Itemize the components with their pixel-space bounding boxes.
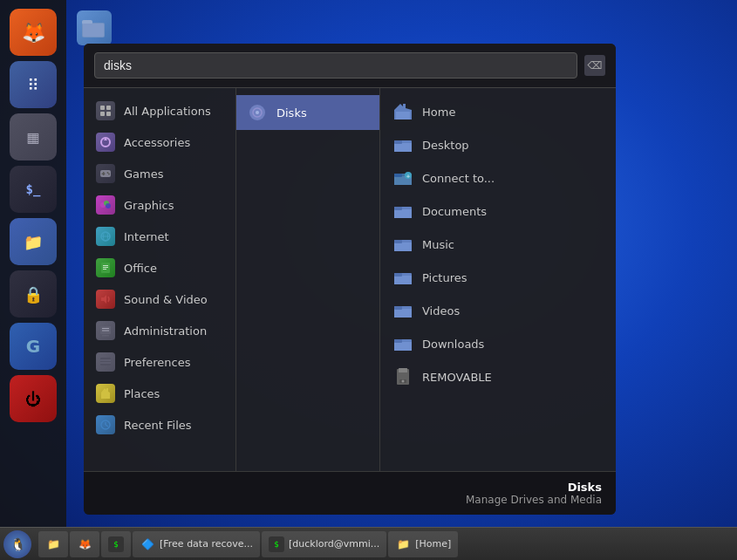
category-all[interactable]: All Applications: [84, 95, 235, 126]
taskbar-firefox-icon: 🦊: [77, 536, 92, 552]
svg-rect-2: [83, 24, 104, 37]
svg-rect-52: [394, 276, 412, 284]
dock-item-database[interactable]: ▦: [10, 113, 57, 160]
file-documents-label: Documents: [422, 205, 487, 218]
category-places[interactable]: Places: [84, 378, 235, 409]
dock-item-apps[interactable]: ⠿: [10, 61, 57, 108]
disks-app-icon: [247, 102, 268, 123]
search-clear-button[interactable]: ⌫: [584, 55, 605, 76]
footer-app-title: Disks: [98, 481, 602, 494]
taskbar-start-button[interactable]: 🐧: [3, 530, 31, 558]
dock-item-firefox[interactable]: 🦊: [10, 9, 57, 56]
file-item-pictures[interactable]: Pictures: [380, 261, 616, 294]
database-icon: ▦: [26, 129, 39, 146]
file-desktop-label: Desktop: [422, 139, 469, 152]
category-preferences[interactable]: Preferences: [84, 346, 235, 378]
removable-icon: [392, 366, 413, 387]
svg-rect-53: [394, 273, 402, 277]
footer-app-description: Manage Drives and Media: [98, 494, 602, 506]
preferences-icon: [96, 352, 115, 372]
dock-item-settings[interactable]: G: [10, 323, 57, 370]
svg-rect-39: [394, 140, 402, 144]
taskbar-item-terminal[interactable]: $: [101, 531, 131, 557]
svg-rect-42: [394, 174, 402, 177]
svg-rect-4: [106, 106, 111, 110]
svg-rect-49: [394, 242, 412, 251]
taskbar-recovery-icon: 🔷: [140, 536, 155, 552]
search-input[interactable]: disks: [94, 52, 577, 79]
dock-item-terminal[interactable]: $_: [10, 166, 57, 213]
category-recent[interactable]: Recent Files: [84, 409, 235, 440]
sound-icon: [96, 290, 115, 309]
administration-icon: [96, 321, 115, 340]
result-item-disks[interactable]: Disks: [236, 95, 379, 130]
svg-point-11: [107, 172, 109, 174]
dock-item-lock[interactable]: 🔒: [10, 270, 57, 318]
category-graphics[interactable]: Graphics: [84, 189, 235, 221]
internet-icon: [96, 227, 115, 246]
svg-rect-3: [100, 106, 105, 110]
taskbar-item-home[interactable]: 📁 [Home]: [388, 531, 458, 557]
search-results-panel: Disks: [236, 88, 380, 471]
home-folder-icon: [392, 101, 413, 122]
svg-rect-26: [102, 331, 109, 331]
category-preferences-label: Preferences: [124, 356, 190, 369]
pictures-folder-icon: [392, 267, 413, 288]
svg-point-63: [402, 380, 405, 383]
svg-rect-55: [394, 309, 412, 318]
svg-rect-5: [100, 112, 105, 116]
videos-folder-icon: [392, 300, 413, 321]
svg-rect-21: [103, 267, 108, 268]
svg-rect-6: [106, 112, 111, 116]
downloads-folder-icon: [392, 333, 413, 354]
category-accessories[interactable]: Accessories: [84, 126, 235, 158]
file-pictures-label: Pictures: [422, 271, 467, 284]
taskbar-item-recovery[interactable]: 🔷 [Free data recove...: [133, 531, 260, 557]
file-item-connect[interactable]: + Connect to...: [380, 161, 616, 195]
taskbar-recovery-label: [Free data recove...: [160, 538, 253, 550]
file-item-downloads[interactable]: Downloads: [380, 327, 616, 360]
svg-point-35: [256, 111, 259, 114]
category-internet[interactable]: Internet: [84, 221, 235, 252]
result-disks-label: Disks: [276, 106, 307, 120]
svg-rect-46: [394, 209, 412, 218]
games-icon: [96, 164, 115, 183]
file-item-removable[interactable]: REMOVABLE: [380, 360, 616, 393]
firefox-icon: 🦊: [22, 22, 45, 44]
file-music-label: Music: [422, 238, 454, 251]
file-item-home[interactable]: Home: [380, 95, 616, 128]
svg-rect-20: [103, 265, 108, 266]
menu-footer: Disks Manage Drives and Media: [84, 471, 616, 515]
dock-item-files[interactable]: 📁: [10, 218, 57, 265]
category-administration[interactable]: Administration: [84, 315, 235, 346]
file-item-desktop[interactable]: Desktop: [380, 128, 616, 161]
taskbar-item-files[interactable]: 📁: [38, 531, 68, 557]
file-videos-label: Videos: [422, 304, 460, 318]
category-sound-video[interactable]: Sound & Video: [84, 283, 235, 315]
svg-text:+: +: [406, 173, 411, 179]
category-office[interactable]: Office: [84, 252, 235, 283]
taskbar-item-firefox[interactable]: 🦊: [70, 531, 99, 557]
category-games[interactable]: Games: [84, 158, 235, 189]
taskbar-files-icon: 📁: [45, 536, 61, 552]
file-item-music[interactable]: Music: [380, 228, 616, 261]
category-recent-label: Recent Files: [124, 419, 192, 432]
music-folder-icon: [392, 234, 413, 255]
all-icon: [96, 101, 115, 120]
category-office-label: Office: [124, 262, 157, 275]
category-accessories-label: Accessories: [124, 136, 190, 149]
apps-icon: ⠿: [27, 76, 38, 94]
file-item-documents[interactable]: Documents: [380, 195, 616, 228]
categories-panel: All Applications Accessories: [84, 88, 236, 471]
dock-item-power[interactable]: ⏻: [10, 375, 57, 422]
svg-rect-22: [103, 269, 106, 270]
svg-rect-59: [394, 339, 402, 343]
power-icon: ⏻: [25, 390, 41, 408]
taskbar-item-ssh[interactable]: $ [ducklord@vmmi...: [262, 531, 386, 557]
documents-folder-icon: [392, 201, 413, 222]
files-icon: 📁: [24, 233, 43, 251]
start-icon: 🐧: [10, 537, 25, 551]
category-all-label: All Applications: [124, 105, 211, 118]
places-icon: [96, 384, 115, 403]
file-item-videos[interactable]: Videos: [380, 294, 616, 327]
